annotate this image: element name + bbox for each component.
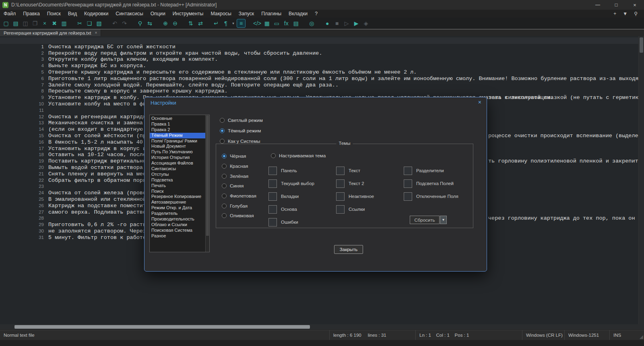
zoom-in-icon[interactable]: ⊕ bbox=[161, 19, 169, 27]
horizontal-scrollbar[interactable] bbox=[0, 324, 644, 330]
settings-category-item[interactable]: Производительность bbox=[150, 216, 209, 222]
color-swatch-button[interactable] bbox=[336, 205, 345, 214]
color-swatch-button[interactable] bbox=[404, 167, 412, 175]
find-icon[interactable]: ⚲ bbox=[136, 19, 144, 27]
editor-line[interactable]: 7Залейте смолу холодной водой. Перемешай… bbox=[0, 76, 644, 82]
editor-line[interactable]: 4Выньте картридж БС из корпуса. bbox=[0, 56, 644, 63]
theme-radio-option[interactable]: Голубая bbox=[222, 201, 256, 211]
word-wrap-icon[interactable]: ↵ bbox=[212, 19, 220, 27]
mode-radio-option[interactable]: Тёмный режим bbox=[220, 126, 263, 136]
menu-plugins[interactable]: Плагины bbox=[258, 10, 285, 17]
run-macro-multiple-icon[interactable]: ▶ bbox=[352, 19, 360, 27]
menu-search[interactable]: Поиск bbox=[43, 10, 64, 17]
color-swatch-button[interactable] bbox=[268, 192, 277, 201]
vertical-scrollbar[interactable] bbox=[638, 36, 644, 324]
editor-line[interactable]: 6Приготовьте 1 литр насыщенного раствора… bbox=[0, 69, 644, 76]
menu-settings[interactable]: Опции bbox=[147, 10, 169, 17]
status-eol-format[interactable]: Windows (CR LF) bbox=[522, 330, 564, 340]
show-all-characters-icon[interactable]: ¶ bbox=[222, 19, 230, 27]
undo-icon[interactable]: ↶ bbox=[111, 19, 119, 27]
menu-tools[interactable]: Инструменты bbox=[169, 10, 207, 17]
function-list-icon[interactable]: fx bbox=[282, 19, 290, 27]
settings-category-item[interactable]: Правка 2 bbox=[150, 127, 209, 133]
user-defined-language-icon[interactable]: </> bbox=[253, 19, 261, 27]
mode-radio-option[interactable]: Светлый режим bbox=[220, 115, 263, 126]
replace-icon[interactable]: ⇆ bbox=[146, 19, 154, 27]
settings-category-item[interactable]: Основные bbox=[150, 116, 209, 122]
tab-close-icon[interactable]: × bbox=[95, 31, 97, 35]
macro-play-icon[interactable]: ▷ bbox=[343, 19, 351, 27]
theme-radio-option[interactable]: Зелёная bbox=[222, 171, 256, 181]
close-all-icon[interactable]: ✖ bbox=[50, 19, 58, 27]
reset-dropdown-button[interactable]: ▼ bbox=[440, 216, 447, 224]
color-swatch-button[interactable] bbox=[336, 192, 345, 201]
save-file-icon[interactable]: ◫ bbox=[21, 19, 29, 27]
menu-language[interactable]: Синтаксисы bbox=[112, 10, 147, 17]
close-file-icon[interactable]: × bbox=[41, 19, 49, 27]
settings-category-item[interactable]: Отступы bbox=[150, 172, 209, 177]
menu-view[interactable]: Вид bbox=[64, 10, 80, 17]
status-insert-mode[interactable]: INS bbox=[609, 330, 634, 340]
folder-as-workspace-icon[interactable]: ▤ bbox=[292, 19, 300, 27]
save-macro-icon[interactable]: ◈ bbox=[362, 19, 370, 27]
settings-category-item[interactable]: Резервное Копирование bbox=[150, 194, 209, 200]
settings-category-item[interactable]: Печать bbox=[150, 183, 209, 189]
status-encoding[interactable]: Windows-1251 bbox=[564, 330, 609, 340]
editor-line[interactable]: 2Перекройте воду перед фильтром и открой… bbox=[0, 44, 644, 50]
editor-line[interactable]: 8Пересыпьте смолу в корпус и заверните к… bbox=[0, 82, 644, 89]
theme-radio-option[interactable]: Красная bbox=[222, 161, 256, 171]
copy-icon[interactable]: ❏ bbox=[85, 19, 93, 27]
menu-tabs[interactable]: Вкладки bbox=[285, 10, 311, 17]
settings-category-item[interactable]: Правка 1 bbox=[150, 122, 209, 127]
cut-icon[interactable]: ✂ bbox=[76, 19, 84, 27]
settings-category-item[interactable]: Режим Откр. и Дата bbox=[150, 205, 209, 211]
document-monitoring-icon[interactable]: ◎ bbox=[308, 19, 316, 27]
line-number[interactable]: 31 bbox=[33, 235, 48, 241]
menu-edit[interactable]: Правка bbox=[19, 10, 43, 17]
save-all-icon[interactable]: ❐ bbox=[31, 19, 39, 27]
color-swatch-button[interactable] bbox=[268, 179, 277, 188]
editor-line[interactable]: 9Установите картридж в колбу. При необхо… bbox=[0, 88, 644, 95]
maximize-button[interactable]: □ bbox=[607, 0, 625, 10]
menu-help[interactable]: ? bbox=[311, 10, 321, 17]
resize-grip-icon[interactable]: ◢ bbox=[634, 330, 644, 340]
menu-macro[interactable]: Макросы bbox=[207, 10, 235, 17]
search-tabs-button[interactable]: ⚲ bbox=[634, 11, 638, 16]
editor-line[interactable]: 3Открутите колбу фильтра ключом, входящи… bbox=[0, 50, 644, 57]
settings-category-item[interactable]: Тёмный Режим bbox=[150, 133, 209, 138]
menu-encoding[interactable]: Кодировки bbox=[80, 10, 112, 17]
custom-theme-radio[interactable]: Настраиваемая тема bbox=[271, 153, 326, 159]
window-close-button[interactable]: × bbox=[625, 0, 644, 10]
color-swatch-button[interactable] bbox=[336, 179, 345, 188]
minimize-button[interactable]: — bbox=[588, 0, 607, 10]
document-list-icon[interactable]: ▭ bbox=[272, 19, 281, 27]
theme-radio-option[interactable]: Чёрная bbox=[222, 151, 256, 161]
open-file-icon[interactable]: ▤ bbox=[12, 19, 20, 27]
redo-icon[interactable]: ↷ bbox=[120, 19, 128, 27]
settings-category-item[interactable]: Путь По Умолчанию bbox=[150, 149, 209, 155]
settings-category-item[interactable]: Автозавершение bbox=[150, 200, 209, 205]
category-list-scrollbar-thumb[interactable] bbox=[206, 115, 209, 236]
settings-category-item[interactable]: Подсветка bbox=[150, 177, 209, 183]
settings-category-item[interactable]: Поиск bbox=[150, 189, 209, 194]
editor-line[interactable]: 5Отверните крышку картриджа и пересыпьте… bbox=[0, 63, 644, 69]
sync-horizontal-scroll-icon[interactable]: ⇄ bbox=[196, 19, 204, 27]
macro-stop-icon[interactable]: ■ bbox=[333, 19, 341, 27]
category-list-scrollbar[interactable] bbox=[205, 115, 209, 252]
reset-button[interactable]: Сбросить bbox=[410, 216, 440, 224]
editor-line[interactable]: 1Очистка картриджа БС от солей жесткости bbox=[0, 37, 644, 44]
theme-radio-option[interactable]: Фиолетовая bbox=[222, 191, 256, 201]
color-swatch-button[interactable] bbox=[268, 167, 277, 175]
show-all-characters-dropdown-icon[interactable]: ▾ bbox=[231, 19, 235, 27]
dialog-close-action-button[interactable]: Закрыть bbox=[334, 245, 363, 254]
color-swatch-button[interactable] bbox=[404, 179, 412, 188]
dialog-close-icon[interactable]: × bbox=[478, 99, 481, 105]
settings-category-item[interactable]: Разделитель bbox=[150, 211, 209, 216]
color-swatch-button[interactable] bbox=[336, 167, 345, 175]
zoom-out-icon[interactable]: ⊖ bbox=[171, 19, 179, 27]
color-swatch-button[interactable] bbox=[268, 218, 277, 227]
menu-run[interactable]: Запуск bbox=[235, 10, 258, 17]
theme-radio-option[interactable]: Синяя bbox=[222, 181, 256, 191]
settings-category-item[interactable]: Поля/ Границы/ Рамки bbox=[150, 138, 209, 144]
paste-icon[interactable]: ▧ bbox=[95, 19, 103, 27]
